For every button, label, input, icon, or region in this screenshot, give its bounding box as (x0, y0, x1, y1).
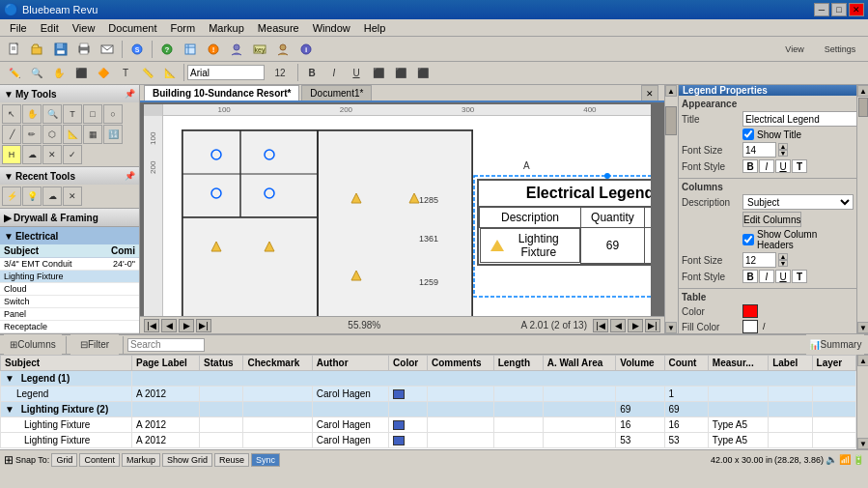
table-row-lighting1[interactable]: Lighting Fixture A 2012 Carol Hagen 16 1… (1, 417, 856, 433)
bottom-scroll-down[interactable]: ▼ (857, 438, 868, 449)
electrical-row-cloud[interactable]: Cloud (0, 283, 139, 296)
tab-document[interactable]: Document1* (301, 85, 372, 100)
maximize-button[interactable]: □ (831, 3, 847, 16)
new-button[interactable] (4, 39, 25, 60)
lighting-expand-icon[interactable]: ▼ (5, 404, 14, 415)
electrical-row-receptacle[interactable]: Receptacle (0, 321, 139, 333)
recent-tool1[interactable]: ⚡ (2, 187, 21, 206)
table-row-legend-group[interactable]: ▼ Legend (1) (1, 371, 856, 387)
settings-button[interactable]: Settings (816, 39, 864, 60)
tool-pencil[interactable]: ✏ (22, 125, 42, 144)
col-bold-button[interactable]: B (742, 270, 758, 283)
tool4[interactable]: ⬛ (70, 62, 92, 83)
reuse-btn[interactable]: Reuse (214, 453, 249, 467)
font-size-btn[interactable]: 12 (266, 62, 294, 83)
tool-rect[interactable]: □ (83, 104, 102, 124)
underline-btn-tb[interactable]: U (346, 62, 367, 83)
tool-stamp[interactable]: ⬡ (42, 125, 62, 144)
show-grid-btn[interactable]: Show Grid (162, 453, 212, 467)
tool-count[interactable]: 🔢 (103, 125, 123, 144)
page-first[interactable]: |◀ (144, 319, 159, 332)
close-button[interactable]: ✕ (849, 3, 864, 16)
tool7[interactable]: 📏 (137, 62, 158, 83)
align-right-btn[interactable]: ⬛ (412, 62, 434, 83)
menu-view[interactable]: View (67, 21, 101, 35)
tool-zoom[interactable]: 🔍 (42, 104, 62, 124)
menu-markup[interactable]: Markup (203, 21, 250, 35)
summary-btn[interactable]: 📊 Summary (806, 334, 864, 356)
col-other-button[interactable]: T (792, 270, 807, 283)
tool1[interactable]: ✏️ (4, 62, 25, 83)
menu-edit[interactable]: Edit (35, 21, 65, 35)
col-italic-button[interactable]: I (759, 270, 774, 283)
electrical-row-lighting[interactable]: Lighting Fixture (0, 271, 139, 283)
menu-measure[interactable]: Measure (252, 21, 305, 35)
electrical-row-conduit[interactable]: 3/4" EMT Conduit 24'-0" (0, 258, 139, 271)
page-nav1[interactable]: |◀ (593, 319, 608, 332)
search-input[interactable] (127, 338, 205, 352)
tab-close[interactable]: ✕ (641, 85, 658, 100)
tool-check[interactable]: ✓ (63, 145, 82, 164)
electrical-header[interactable]: ▼ Electrical (0, 227, 139, 244)
electrical-row-panel[interactable]: Panel (0, 308, 139, 321)
contact-button[interactable] (226, 39, 247, 60)
menu-file[interactable]: File (4, 21, 33, 35)
table-row-legend[interactable]: Legend A 2012 Carol Hagen 1 (1, 387, 856, 402)
page-nav3[interactable]: ▶ (628, 319, 643, 332)
minimize-button[interactable]: ─ (814, 3, 829, 16)
underline-button[interactable]: U (775, 159, 791, 173)
fill-color-swatch[interactable] (742, 320, 758, 333)
tool5[interactable]: 🔶 (93, 62, 114, 83)
font-size-input[interactable] (742, 142, 776, 158)
menu-help[interactable]: Help (358, 21, 392, 35)
tool-line[interactable]: ╱ (2, 125, 21, 144)
align-left-btn[interactable]: ⬛ (368, 62, 389, 83)
help-button[interactable]: ? (156, 39, 178, 60)
open-button[interactable] (27, 39, 48, 60)
recent-tools-header[interactable]: ▼ Recent Tools 📌 (0, 167, 139, 185)
show-title-checkbox[interactable] (742, 129, 754, 140)
col-font-up[interactable]: ▲ (778, 253, 788, 260)
italic-button[interactable]: I (759, 159, 774, 173)
title-input[interactable] (742, 111, 856, 127)
content-btn[interactable]: Content (79, 453, 120, 467)
studio-button[interactable]: S (126, 39, 148, 60)
bold-button[interactable]: B (742, 159, 758, 173)
col-underline-button[interactable]: U (775, 270, 791, 283)
tool6[interactable]: T (115, 62, 136, 83)
strikethrough-button[interactable]: T (792, 159, 807, 173)
right-scroll-down[interactable]: ▼ (857, 322, 868, 333)
description-select[interactable]: Subject (742, 194, 854, 210)
scroll-down[interactable]: ▼ (665, 322, 677, 333)
menu-document[interactable]: Document (102, 21, 162, 35)
bold-btn[interactable]: B (301, 62, 322, 83)
tool8[interactable]: 📐 (159, 62, 181, 83)
page-nav4[interactable]: ▶| (645, 319, 660, 332)
electrical-row-switch[interactable]: Switch (0, 296, 139, 308)
menu-window[interactable]: Window (307, 21, 356, 35)
table-row-lighting2[interactable]: Lighting Fixture A 2012 Carol Hagen 53 5… (1, 433, 856, 448)
show-headers-checkbox[interactable] (742, 234, 754, 245)
email-button[interactable] (97, 39, 118, 60)
tab-building[interactable]: Building 10-Sundance Resort* (144, 85, 299, 100)
tool-arrow[interactable]: ↖ (2, 104, 21, 124)
scroll-thumb[interactable] (665, 106, 677, 135)
edit-columns-button[interactable]: Edit Columns (742, 212, 801, 227)
tool-text[interactable]: T (63, 104, 82, 124)
columns-btn[interactable]: ⊞ Columns (4, 334, 62, 356)
drywall-header[interactable]: ▶ Drywall & Framing (0, 209, 139, 226)
grid-btn[interactable]: Grid (51, 453, 77, 467)
page-last[interactable]: ▶| (196, 319, 211, 332)
administrator-button[interactable] (272, 39, 294, 60)
tool-measure[interactable]: 📐 (63, 125, 82, 144)
product-updates-button[interactable]: ! (203, 39, 224, 60)
color-swatch[interactable] (742, 304, 758, 318)
expand-icon[interactable]: ▼ (5, 373, 14, 384)
tool2[interactable]: 🔍 (26, 62, 47, 83)
font-input[interactable]: Arial (190, 68, 262, 78)
recent-tool4[interactable]: ✕ (63, 187, 82, 206)
page-prev[interactable]: ◀ (161, 319, 177, 332)
save-button[interactable] (50, 39, 71, 60)
tool-cloud[interactable]: ☁ (22, 145, 42, 164)
right-scroll-thumb[interactable] (858, 98, 868, 117)
